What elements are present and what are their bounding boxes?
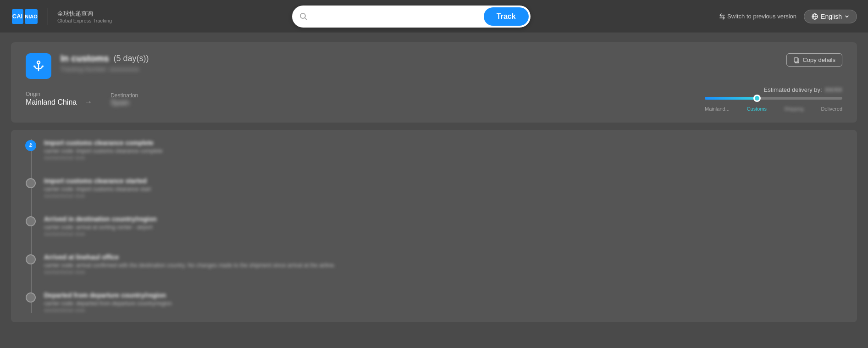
estimated-delivery: Estimated delivery by: XX/XX [764,86,842,93]
origin-label: Origin [26,91,92,97]
origin-block: Origin Mainland China → [26,91,92,107]
timeline-item: Import customs clearance complete carrie… [44,139,842,161]
destination-label: Destination [111,92,138,99]
progress-track [705,97,842,100]
logo-area: CAI NIAO 全球快递查询 Global Express Tracking [11,7,112,26]
search-input[interactable] [311,13,484,20]
cainiao-logo: CAI NIAO [11,7,39,26]
origin-value: Mainland China [26,98,77,107]
timeline-event-title: Departed from departure country/region [44,292,842,299]
est-delivery-label: Estimated delivery by: [764,86,822,93]
card-header: In customs (5 day(s)) Tracking Number: x… [26,53,842,79]
logo-text-block: 全球快递查询 Global Express Tracking [57,10,112,23]
switch-version-label: Switch to previous version [727,13,796,20]
status-text: In customs [61,53,109,64]
prog-label-shipping: Shipping [784,106,804,112]
svg-text:CAI: CAI [12,13,22,20]
language-button[interactable]: English [804,10,857,23]
globe-icon [812,13,818,20]
progress-thumb [753,95,761,102]
switch-icon [719,13,725,20]
tracking-number: Tracking Number: xxxxxxxxxx [61,66,149,73]
timeline-event-subtitle: carrier code: departed from departure co… [44,300,842,307]
timeline-dot [25,140,36,151]
timeline-item: Arrived in destination country/region ca… [44,215,842,237]
timeline-dot [26,216,36,226]
anchor-icon [31,59,46,73]
progress-labels: Mainland... Customs Shipping Delivered [705,106,842,112]
search-area: Track [112,6,710,28]
search-box: Track [292,6,531,28]
prog-label-delivered: Delivered [821,106,842,112]
timeline-event-subtitle: carrier code: import customs clearance s… [44,186,842,192]
timeline-event-time: XX/XX/XXXX XXX [44,155,842,161]
status-title: In customs (5 day(s)) [61,53,149,64]
timeline: Import customs clearance complete carrie… [26,139,842,313]
timeline-dot [26,292,36,303]
arrow-icon: → [84,97,92,107]
search-icon [299,12,308,21]
progress-bar-wrap [705,97,842,100]
est-date: XX/XX [825,86,842,93]
status-info: In customs (5 day(s)) Tracking Number: x… [61,53,149,73]
route-section: Origin Mainland China → Destination Spai… [26,86,842,112]
route-origin: Mainland China → [26,97,92,107]
prog-label-mainland: Mainland... [705,106,730,112]
copy-details-label: Copy details [802,56,835,63]
route-left: Origin Mainland China → Destination Spai… [26,91,138,107]
timeline-item: Arrived at linehaul office carrier code:… [44,253,842,275]
header: CAI NIAO 全球快递查询 Global Express Tracking … [0,0,868,33]
timeline-dot [26,178,36,188]
svg-rect-14 [794,58,798,62]
progress-fill [705,97,757,100]
lang-label: English [821,13,842,20]
logo-en-text: Global Express Tracking [57,18,112,23]
timeline-event-title: Import customs clearance started [44,177,842,185]
timeline-item: Departed from departure country/region c… [44,292,842,313]
copy-icon [793,57,800,63]
header-right: Switch to previous version English [710,10,857,23]
progress-section: Estimated delivery by: XX/XX Mainland...… [696,86,842,112]
svg-line-5 [304,17,307,20]
copy-details-button[interactable]: Copy details [786,53,842,67]
switch-version-link[interactable]: Switch to previous version [719,13,796,20]
status-days: (5 day(s)) [114,54,149,63]
timeline-event-subtitle: carrier code: arrival confirmed with the… [44,262,842,269]
logo-divider [48,8,48,25]
logo-cn-text: 全球快递查询 [57,10,112,18]
timeline-event-subtitle: carrier code: arrival at sorting center … [44,224,842,230]
destination-block: Destination Spain [111,92,138,107]
timeline-event-time: XX/XX/XXXX XXX [44,269,842,275]
timeline-event-subtitle: carrier code: import customs clearance c… [44,148,842,154]
timeline-event-time: XX/XX/XXXX XXX [44,193,842,199]
timeline-event-time: XX/XX/XXXX XXX [44,308,842,313]
prog-label-customs: Customs [747,106,767,112]
main-content: In customs (5 day(s)) Tracking Number: x… [0,33,868,331]
chevron-down-icon [845,14,849,19]
timeline-item: Import customs clearance started carrier… [44,177,842,199]
cainiao-logo-svg: CAI NIAO [11,7,39,26]
destination-value: Spain [111,99,129,107]
card-header-left: In customs (5 day(s)) Tracking Number: x… [26,53,149,79]
timeline-section: Import customs clearance complete carrie… [11,130,857,322]
timeline-dot [26,254,36,264]
timeline-event-title: Arrived at linehaul office [44,253,842,261]
timeline-event-title: Arrived in destination country/region [44,215,842,223]
track-button[interactable]: Track [484,7,529,26]
svg-text:NIAO: NIAO [25,14,38,19]
tracking-card: In customs (5 day(s)) Tracking Number: x… [11,42,857,123]
timeline-event-time: XX/XX/XXXX XXX [44,231,842,237]
status-icon-box [26,53,51,79]
timeline-event-title: Import customs clearance complete [44,139,842,146]
